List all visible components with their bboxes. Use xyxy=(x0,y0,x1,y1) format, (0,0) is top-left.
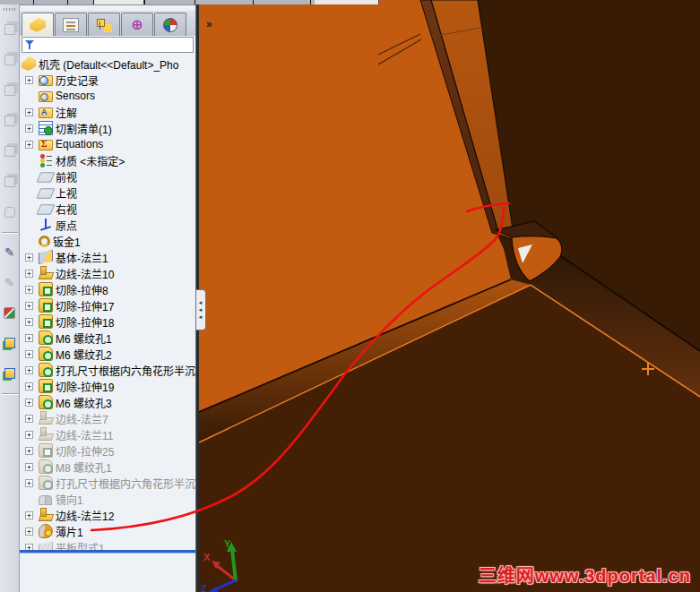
toolbar-icon xyxy=(4,24,15,35)
panel-tab-configurationmanager[interactable] xyxy=(88,13,120,36)
headsup-toolbar xyxy=(617,0,697,9)
toolbar-button-separator[interactable] xyxy=(0,389,19,398)
tree-item[interactable]: + 边线-法兰11 xyxy=(20,426,195,442)
tree-item[interactable]: 上视 xyxy=(20,184,195,201)
graphics-viewport[interactable]: Y X Z xyxy=(199,0,700,592)
tree-item-label: 打孔尺寸根据内六角花形半沉 xyxy=(56,363,195,378)
tree-item-label: 切除-拉伸18 xyxy=(56,314,114,330)
tree-item[interactable]: + 打孔尺寸根据内六角花形半沉 xyxy=(20,362,195,378)
tree-item-icon xyxy=(37,204,56,214)
expand-toggle-icon[interactable]: + xyxy=(25,124,33,133)
window-top-edge xyxy=(0,0,379,4)
tree-item[interactable]: + 历史记录 xyxy=(20,72,195,88)
toolbar-button-add-sketch-disabled[interactable]: ✎ xyxy=(0,267,19,297)
tree-item[interactable]: + Equations xyxy=(20,136,195,152)
expand-toggle-icon[interactable]: + xyxy=(25,479,33,487)
tree-item[interactable]: + 注解 xyxy=(20,104,195,120)
tree-item[interactable]: + 切除-拉伸8 xyxy=(20,281,195,297)
tree-item-label: 薄片1 xyxy=(56,524,83,539)
toolbar-icon xyxy=(4,55,15,65)
panel-collapse-handle[interactable]: ◂◂◂ xyxy=(196,289,206,330)
expand-toggle-icon[interactable]: + xyxy=(25,350,33,358)
tree-item[interactable]: + M6 螺纹孔1 xyxy=(20,330,195,346)
tree-item[interactable]: 材质 <未指定> xyxy=(20,152,195,168)
toolbar-button-view-orientation-cube-4[interactable] xyxy=(0,106,19,136)
tree-item[interactable]: + 基体-法兰1 xyxy=(20,249,195,265)
rollback-bar[interactable] xyxy=(20,550,195,553)
expand-toggle-icon[interactable]: + xyxy=(25,415,33,423)
tree-item[interactable]: + 切除-拉伸25 xyxy=(20,442,195,459)
tree-item-label: M8 螺纹孔1 xyxy=(56,459,112,475)
expand-toggle-icon[interactable]: + xyxy=(25,76,33,84)
tree-item[interactable]: + M8 螺纹孔1 xyxy=(20,459,195,475)
tree-item[interactable]: + M6 螺纹孔2 xyxy=(20,346,195,362)
tree-item[interactable]: 镜向1 xyxy=(20,491,195,507)
toolbar-button-separator[interactable] xyxy=(0,227,19,236)
tree-item[interactable]: + 薄片1 xyxy=(20,523,195,539)
expand-toggle-icon[interactable]: + xyxy=(25,382,33,390)
tree-item[interactable]: 原点 xyxy=(20,217,195,233)
toolbar-icon xyxy=(4,338,15,348)
expand-toggle-icon[interactable]: + xyxy=(25,447,33,455)
expand-toggle-icon[interactable]: + xyxy=(25,544,33,551)
filter-input[interactable] xyxy=(34,39,193,51)
toolbar-button-edit-sketch[interactable]: ✎ xyxy=(0,236,19,267)
tree-item[interactable]: + 切除-拉伸19 xyxy=(20,378,195,394)
toolbar-button-view-orientation-cube-3[interactable] xyxy=(0,75,19,106)
toolbar-button-view-orientation-rounded[interactable] xyxy=(0,197,19,227)
panel-tab-displaymanager[interactable] xyxy=(154,13,186,36)
tree-item[interactable]: + 边线-法兰12 xyxy=(20,507,195,523)
toolbar-button-edit-part-1[interactable] xyxy=(0,328,19,358)
tree-item[interactable]: + M6 螺纹孔3 xyxy=(20,394,195,410)
tree-item[interactable]: + 边线-法兰10 xyxy=(20,265,195,281)
window-edge-divider xyxy=(93,0,94,4)
expand-toggle-icon[interactable]: + xyxy=(25,511,33,519)
window-edge-divider xyxy=(253,0,254,4)
tree-item-label: 基体-法兰1 xyxy=(56,250,108,265)
toolbar-drag-handle[interactable] xyxy=(4,8,16,11)
expand-toggle-icon[interactable]: + xyxy=(25,366,33,374)
panel-tab-propertymanager[interactable] xyxy=(55,13,87,36)
left-toolbar: ✎ ✎ xyxy=(0,4,20,592)
tree-item[interactable]: 机壳 (Default<<Default>_Pho xyxy=(20,56,195,72)
window-edge-divider xyxy=(310,0,311,4)
toolbar-button-view-orientation-cube-6[interactable] xyxy=(0,167,19,197)
panel-tab-dimxpertmanager[interactable]: ⊕ xyxy=(121,13,153,36)
expand-toggle-icon[interactable]: + xyxy=(25,431,33,439)
tree-item[interactable]: + 平板型式1 xyxy=(20,539,195,550)
expand-toggle-icon[interactable]: + xyxy=(25,141,33,149)
expand-toggle-icon[interactable]: + xyxy=(25,318,33,326)
toolbar-button-view-orientation-cube-1[interactable] xyxy=(0,14,19,45)
tree-item-icon xyxy=(39,153,53,167)
tree-item-label: 边线-法兰11 xyxy=(56,427,113,442)
expand-toggle-icon[interactable]: + xyxy=(25,528,33,536)
tree-item[interactable]: 钣金1 xyxy=(20,233,195,249)
tree-item-icon xyxy=(39,298,53,313)
tree-item[interactable]: + 边线-法兰7 xyxy=(20,410,195,426)
panel-tab-overflow[interactable]: » xyxy=(206,18,212,36)
expand-toggle-icon[interactable]: + xyxy=(25,302,33,310)
tree-filter-field[interactable] xyxy=(22,37,194,53)
toolbar-button-move-reorder[interactable] xyxy=(0,297,19,328)
expand-toggle-icon[interactable]: + xyxy=(25,334,33,342)
expand-toggle-icon[interactable]: + xyxy=(25,463,33,471)
expand-toggle-icon[interactable]: + xyxy=(25,108,33,116)
expand-toggle-icon[interactable]: + xyxy=(25,270,33,278)
tree-item[interactable]: + 切除-拉伸17 xyxy=(20,297,195,313)
panel-tab-featuremanager-design-tree[interactable] xyxy=(22,13,54,36)
expand-toggle-icon[interactable]: + xyxy=(25,253,33,262)
watermark-text: 三维网www.3dportal.cn xyxy=(479,562,691,588)
expand-toggle-icon[interactable]: + xyxy=(25,399,33,407)
tree-item[interactable]: 右视 xyxy=(20,201,195,217)
toolbar-button-edit-part-2[interactable] xyxy=(0,358,19,389)
tree-item[interactable]: + 切割清单(1) xyxy=(20,120,195,136)
tree-item[interactable]: + 切除-拉伸18 xyxy=(20,313,195,330)
panel-tab-icon xyxy=(63,18,79,32)
expand-toggle-icon[interactable]: + xyxy=(25,286,33,294)
tree-item[interactable]: Sensors xyxy=(20,88,195,104)
tree-item-label: 机壳 (Default<<Default>_Pho xyxy=(39,56,178,72)
toolbar-button-view-orientation-cube-2[interactable] xyxy=(0,45,19,75)
toolbar-button-view-orientation-cube-5[interactable] xyxy=(0,136,19,167)
tree-item[interactable]: 前视 xyxy=(20,168,195,184)
tree-item[interactable]: + 打孔尺寸根据内六角花形半沉 xyxy=(20,475,195,491)
